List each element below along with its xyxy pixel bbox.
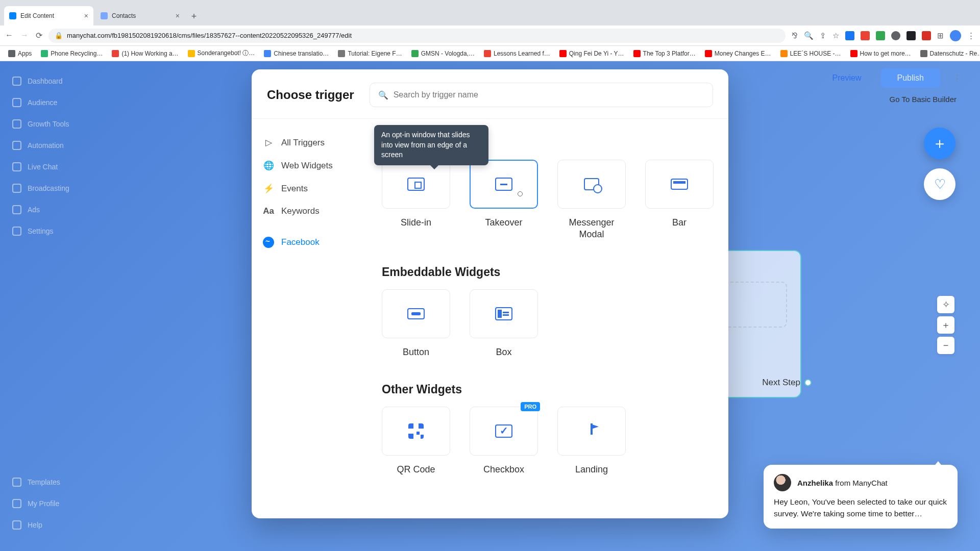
- extension-icon[interactable]: [922, 31, 931, 40]
- bookmark-favicon: [780, 50, 788, 57]
- menu-icon[interactable]: ⋮: [967, 31, 975, 40]
- extension-icon[interactable]: [891, 31, 900, 40]
- bookmark-favicon: [41, 50, 48, 57]
- trigger-tooltip: An opt-in window that slides into view f…: [374, 125, 488, 165]
- trigger-card-bar[interactable]: Bar: [645, 160, 714, 241]
- sidebar-item-facebook[interactable]: Facebook: [252, 231, 361, 254]
- modal-title: Choose trigger: [267, 88, 354, 102]
- sidebar-item-web-widgets[interactable]: 🌐 Web Widgets: [252, 154, 361, 177]
- section-title-other: Other Widgets: [382, 383, 714, 396]
- profile-avatar[interactable]: [950, 30, 961, 41]
- chat-notification[interactable]: Anzhelika from ManyChat Hey Leon, You've…: [764, 465, 958, 529]
- globe-icon: 🌐: [263, 160, 274, 171]
- browser-tab[interactable]: Contacts ×: [95, 6, 185, 26]
- trigger-card-label: Button: [403, 346, 429, 358]
- translate-icon[interactable]: ⅋: [792, 31, 798, 40]
- bookmark-label: Qing Fei De Yi - Y…: [569, 50, 624, 57]
- bookmark-label: The Top 3 Platfor…: [643, 50, 696, 57]
- bookmark-item[interactable]: Money Changes E…: [702, 48, 774, 59]
- bookmark-label: Chinese translatio…: [274, 50, 329, 57]
- zoom-icon[interactable]: 🔍: [804, 31, 814, 40]
- text-icon: Aa: [263, 206, 274, 216]
- sidebar-item-label: Web Widgets: [281, 161, 333, 171]
- trigger-card-box[interactable]: Box: [470, 289, 538, 358]
- trigger-card-button[interactable]: Button: [382, 289, 450, 358]
- bookmark-item[interactable]: (1) How Working a…: [109, 48, 181, 59]
- close-icon[interactable]: ×: [176, 12, 180, 20]
- trigger-card-label: Slide-in: [401, 217, 431, 229]
- chat-message: Hey Leon, You've been selected to take o…: [774, 496, 947, 519]
- bookmark-label: LEE´S HOUSE -…: [790, 50, 841, 57]
- bookmark-item[interactable]: Datenschutz - Re…: [917, 48, 980, 59]
- trigger-card-label: Checkbox: [483, 464, 524, 475]
- bookmark-item[interactable]: Qing Fei De Yi - Y…: [556, 48, 627, 59]
- extension-icon[interactable]: [906, 31, 916, 40]
- back-icon[interactable]: ←: [5, 31, 13, 40]
- bookmark-item[interactable]: Sonderangebot! ⓘ…: [185, 47, 258, 59]
- pro-badge: PRO: [521, 402, 540, 411]
- search-input[interactable]: [394, 90, 704, 99]
- takeover-icon: [495, 178, 512, 191]
- trigger-card-messenger-modal[interactable]: Messenger Modal: [557, 160, 626, 241]
- bookmark-favicon: [112, 50, 119, 57]
- sidebar-item-events[interactable]: ⚡ Events: [252, 177, 361, 200]
- sidebar-item-label: Keywords: [281, 206, 320, 216]
- browser-toolbar: ← → ⟳ 🔒 manychat.com/fb198150208192061­8…: [0, 26, 980, 46]
- address-bar[interactable]: 🔒 manychat.com/fb198150208192061­8/cms/f…: [48, 29, 786, 43]
- trigger-card-checkbox[interactable]: PRO Checkbox: [470, 407, 538, 475]
- extensions-puzzle-icon[interactable]: ⊞: [937, 31, 944, 40]
- trigger-card-qr[interactable]: QR Code: [382, 407, 450, 475]
- bookmark-label: How to get more…: [860, 50, 911, 57]
- bookmark-label: Tutorial: Eigene F…: [348, 50, 402, 57]
- forward-icon[interactable]: →: [20, 31, 29, 40]
- bookmark-favicon: [338, 50, 345, 57]
- browser-tab-strip: Edit Content × Contacts × +: [0, 0, 980, 26]
- close-icon[interactable]: ×: [84, 12, 88, 20]
- bookmark-label: Lessons Learned f…: [494, 50, 550, 57]
- trigger-card-landing[interactable]: Landing: [557, 407, 626, 475]
- bookmark-favicon: [920, 50, 927, 57]
- sidebar-item-label: Events: [281, 184, 308, 194]
- bookmark-favicon: [633, 50, 641, 57]
- bookmark-label: Sonderangebot! ⓘ…: [198, 49, 255, 58]
- checkbox-widget-icon: [495, 424, 512, 438]
- sidebar-item-all-triggers[interactable]: ▷ All Triggers: [252, 131, 361, 154]
- reload-icon[interactable]: ⟳: [36, 31, 42, 40]
- bookmark-item[interactable]: Lessons Learned f…: [481, 48, 553, 59]
- bookmark-favicon: [8, 50, 15, 57]
- search-input-wrap[interactable]: 🔍: [370, 83, 713, 107]
- extension-icon[interactable]: [876, 31, 885, 40]
- bookmark-item[interactable]: Phone Recycling…: [38, 48, 106, 59]
- share-icon[interactable]: ⇪: [820, 31, 826, 40]
- trigger-category-sidebar: ▷ All Triggers 🌐 Web Widgets ⚡ Events Aa…: [252, 119, 361, 518]
- url-text: manychat.com/fb198150208192061­8/cms/fil…: [67, 32, 352, 39]
- bookmark-item[interactable]: Apps: [5, 48, 35, 59]
- trigger-card-slidein[interactable]: Slide-in: [382, 160, 450, 241]
- browser-tab-active[interactable]: Edit Content ×: [4, 6, 93, 26]
- modal-icon: [584, 178, 599, 190]
- trigger-options-panel: An opt-in window that slides into view f…: [361, 119, 728, 518]
- trigger-card-label: QR Code: [397, 464, 435, 475]
- bookmarks-bar: AppsPhone Recycling…(1) How Working a…So…: [0, 46, 980, 61]
- extension-icon[interactable]: [845, 31, 854, 40]
- bookmark-item[interactable]: GMSN - Vologda,…: [408, 48, 478, 59]
- bookmark-item[interactable]: How to get more…: [847, 48, 914, 59]
- bookmark-item[interactable]: Chinese translatio…: [261, 48, 332, 59]
- bookmark-label: GMSN - Vologda,…: [421, 50, 475, 57]
- bookmark-item[interactable]: Tutorial: Eigene F…: [335, 48, 405, 59]
- button-widget-icon: [407, 308, 425, 319]
- trigger-card-label: Messenger Modal: [564, 217, 620, 241]
- bookmark-item[interactable]: LEE´S HOUSE -…: [777, 48, 844, 59]
- trigger-card-takeover[interactable]: Takeover: [470, 160, 538, 241]
- new-tab-button[interactable]: +: [187, 9, 201, 23]
- chat-sender: Anzhelika from ManyChat: [797, 479, 888, 487]
- bookmark-item[interactable]: The Top 3 Platfor…: [630, 48, 699, 59]
- star-icon[interactable]: ☆: [832, 31, 839, 40]
- extension-icon[interactable]: [861, 31, 870, 40]
- trigger-card-label: Box: [496, 346, 511, 358]
- bar-icon: [671, 179, 688, 190]
- landing-icon: [585, 423, 598, 439]
- sidebar-item-keywords[interactable]: Aa Keywords: [252, 200, 361, 222]
- bookmark-favicon: [484, 50, 491, 57]
- cursor-icon: [518, 191, 523, 196]
